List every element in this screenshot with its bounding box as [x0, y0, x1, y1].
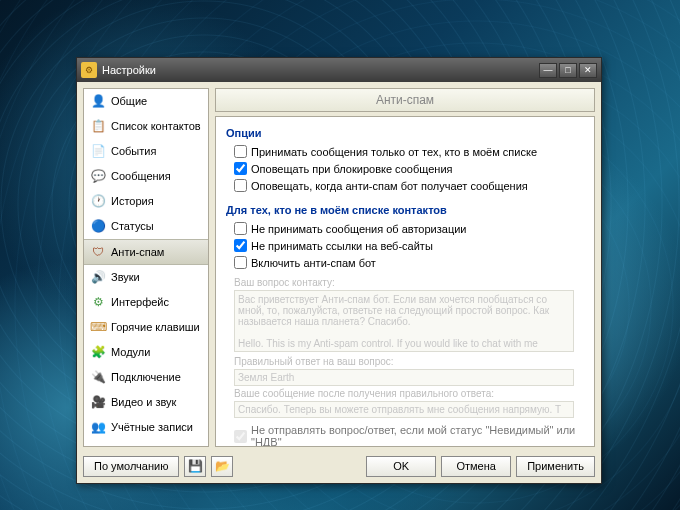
- defaults-button[interactable]: По умолчанию: [83, 456, 179, 477]
- nav-label: События: [111, 145, 156, 157]
- panel-body: Опции Принимать сообщения только от тех,…: [215, 116, 595, 447]
- reply-input: [234, 401, 574, 418]
- nav-icon: 📋: [90, 118, 106, 134]
- nav-icon: 🎥: [90, 394, 106, 410]
- answer-label: Правильный ответ на ваш вопрос:: [226, 354, 584, 369]
- question-label: Ваш вопрос контакту:: [226, 275, 584, 290]
- app-icon: ⚙: [81, 62, 97, 78]
- nav-label: История: [111, 195, 154, 207]
- opt-no-auth-msg[interactable]: [234, 222, 247, 235]
- maximize-button[interactable]: □: [559, 63, 577, 78]
- nav-icon: 💬: [90, 168, 106, 184]
- apply-button[interactable]: Применить: [516, 456, 595, 477]
- nav-item-12[interactable]: 🎥Видео и звук: [84, 390, 208, 415]
- nav-item-11[interactable]: 🔌Подключение: [84, 365, 208, 390]
- open-preset-icon[interactable]: 📂: [211, 456, 233, 477]
- titlebar[interactable]: ⚙ Настройки — □ ✕: [77, 58, 601, 82]
- nav-label: Горячие клавиши: [111, 321, 200, 333]
- nav-icon: 🧩: [90, 344, 106, 360]
- nav-label: Звуки: [111, 271, 140, 283]
- opt-enable-bot[interactable]: [234, 256, 247, 269]
- nav-item-7[interactable]: 🔊Звуки: [84, 265, 208, 290]
- nav-label: Анти-спам: [111, 246, 164, 258]
- save-preset-icon[interactable]: 💾: [184, 456, 206, 477]
- opt-notify-bot-label[interactable]: Оповещать, когда анти-спам бот получает …: [251, 180, 528, 192]
- window-title: Настройки: [102, 64, 539, 76]
- nav-icon: 👤: [90, 93, 106, 109]
- settings-window: ⚙ Настройки — □ ✕ 👤Общие📋Список контакто…: [76, 57, 602, 484]
- nav-label: Модули: [111, 346, 150, 358]
- opt-only-from-list[interactable]: [234, 145, 247, 158]
- answer-input: [234, 369, 574, 386]
- question-textarea: [234, 290, 574, 352]
- nav-item-0[interactable]: 👤Общие: [84, 89, 208, 114]
- nav-item-5[interactable]: 🔵Статусы: [84, 214, 208, 239]
- nav-icon: 🛡: [90, 244, 106, 260]
- nav-label: Сообщения: [111, 170, 171, 182]
- nav-label: Интерфейс: [111, 296, 169, 308]
- opt-no-auth-msg-label[interactable]: Не принимать сообщения об авторизации: [251, 223, 467, 235]
- nav-icon: ⌨: [90, 319, 106, 335]
- minimize-button[interactable]: —: [539, 63, 557, 78]
- section-options-head: Опции: [226, 127, 584, 139]
- nav-item-13[interactable]: 👥Учётные записи: [84, 415, 208, 440]
- bot-config-disabled: Ваш вопрос контакту: Правильный ответ на…: [226, 275, 584, 447]
- opt-only-from-list-label[interactable]: Принимать сообщения только от тех, кто в…: [251, 146, 537, 158]
- nav-icon: 🔵: [90, 218, 106, 234]
- nav-label: Подключение: [111, 371, 181, 383]
- opt-notify-blocked[interactable]: [234, 162, 247, 175]
- opt-no-links-label[interactable]: Не принимать ссылки на веб-сайты: [251, 240, 433, 252]
- close-button[interactable]: ✕: [579, 63, 597, 78]
- nav-icon: 🔊: [90, 269, 106, 285]
- nav-icon: 👥: [90, 419, 106, 435]
- opt-notify-bot[interactable]: [234, 179, 247, 192]
- cancel-button[interactable]: Отмена: [441, 456, 511, 477]
- nav-item-3[interactable]: 💬Сообщения: [84, 164, 208, 189]
- nav-item-6[interactable]: 🛡Анти-спам: [84, 239, 208, 265]
- nav-label: Список контактов: [111, 120, 201, 132]
- nav-item-8[interactable]: ⚙Интерфейс: [84, 290, 208, 315]
- opt-enable-bot-label[interactable]: Включить анти-спам бот: [251, 257, 376, 269]
- nav-label: Общие: [111, 95, 147, 107]
- opt-nosend-invisible: [234, 430, 247, 443]
- opt-no-links[interactable]: [234, 239, 247, 252]
- opt-nosend-invisible-label: Не отправлять вопрос/ответ, если мой ста…: [251, 424, 584, 447]
- nav-item-2[interactable]: 📄События: [84, 139, 208, 164]
- nav-icon: 🔌: [90, 369, 106, 385]
- dialog-footer: По умолчанию 💾 📂 OK Отмена Применить: [77, 453, 601, 483]
- nav-label: Учётные записи: [111, 421, 193, 433]
- nav-icon: 🕐: [90, 193, 106, 209]
- reply-label: Ваше сообщение после получения правильно…: [226, 386, 584, 401]
- nav-item-4[interactable]: 🕐История: [84, 189, 208, 214]
- nav-label: Видео и звук: [111, 396, 176, 408]
- nav-icon: 📄: [90, 143, 106, 159]
- opt-notify-blocked-label[interactable]: Оповещать при блокировке сообщения: [251, 163, 453, 175]
- nav-item-9[interactable]: ⌨Горячие клавиши: [84, 315, 208, 340]
- nav-icon: ⚙: [90, 294, 106, 310]
- nav-item-10[interactable]: 🧩Модули: [84, 340, 208, 365]
- ok-button[interactable]: OK: [366, 456, 436, 477]
- nav-item-1[interactable]: 📋Список контактов: [84, 114, 208, 139]
- section-noncontacts-head: Для тех, кто не в моём списке контактов: [226, 204, 584, 216]
- panel-title: Анти-спам: [215, 88, 595, 112]
- nav-label: Статусы: [111, 220, 154, 232]
- settings-nav: 👤Общие📋Список контактов📄События💬Сообщени…: [83, 88, 209, 447]
